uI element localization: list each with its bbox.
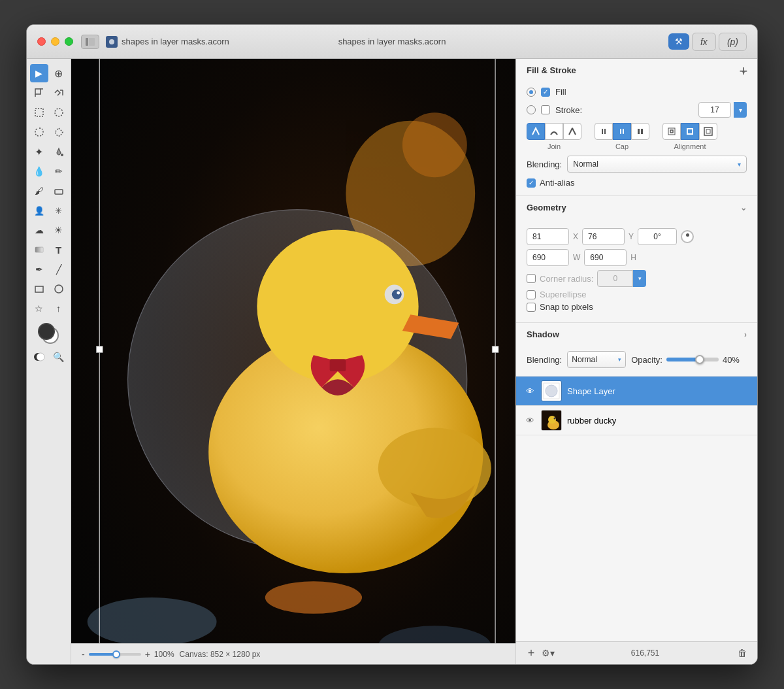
minimize-button[interactable] xyxy=(51,37,59,46)
p-button[interactable]: (p) xyxy=(719,33,747,51)
geometry-title: Geometry xyxy=(527,203,566,212)
opacity-thumb[interactable] xyxy=(695,355,704,364)
rotation-input[interactable] xyxy=(638,228,677,245)
svg-rect-37 xyxy=(492,346,498,353)
close-button[interactable] xyxy=(37,37,46,46)
rotation-dial[interactable] xyxy=(681,230,694,243)
paint-bucket-tool[interactable] xyxy=(50,143,68,161)
burn-dodge-tool[interactable]: ☀ xyxy=(50,221,68,239)
svg-point-29 xyxy=(265,581,362,613)
align-outside-button[interactable] xyxy=(699,123,717,140)
fill-radio[interactable] xyxy=(527,88,536,97)
y-input[interactable] xyxy=(582,228,625,245)
svg-rect-54 xyxy=(670,130,673,133)
align-center-button[interactable] xyxy=(681,123,699,140)
tool-row-7: 🖌 xyxy=(30,182,68,200)
svg-rect-1 xyxy=(89,38,95,46)
zoom-slider-thumb[interactable] xyxy=(112,650,120,658)
width-input[interactable] xyxy=(527,249,569,266)
cap-square-button[interactable] xyxy=(631,123,649,140)
fill-stroke-header[interactable]: Fill & Stroke ⌄ xyxy=(516,59,757,82)
vector-pen-tool[interactable]: ✒ xyxy=(30,260,48,278)
corner-radius-dropdown[interactable]: ▾ xyxy=(633,270,646,287)
star-tool[interactable]: ☆ xyxy=(30,299,48,318)
cap-round-button[interactable] xyxy=(613,123,631,140)
fx-effects-tool[interactable]: ✳ xyxy=(50,201,68,220)
zoom-slider[interactable] xyxy=(89,653,141,656)
magic-wand-tool[interactable]: ✦ xyxy=(30,143,48,161)
cap-butt-button[interactable] xyxy=(595,123,613,140)
maximize-button[interactable] xyxy=(65,37,73,46)
fill-checkbox[interactable]: ✓ xyxy=(541,88,550,97)
layer-item-shape[interactable]: 👁 Shape Layer xyxy=(516,377,757,406)
sidebar-toggle-button[interactable] xyxy=(81,35,99,49)
gradient-tool[interactable] xyxy=(30,241,48,259)
align-inside-button[interactable] xyxy=(662,123,681,140)
tool-row-11: ✒ ╱ xyxy=(30,260,68,278)
arrow-tool[interactable]: ↑ xyxy=(50,299,68,318)
corner-radius-checkbox[interactable] xyxy=(527,274,536,283)
stroke-dropdown-button[interactable]: ▾ xyxy=(734,102,747,118)
tool-row-2 xyxy=(30,84,68,102)
join-label: Join xyxy=(547,143,561,150)
layer-visibility-toggle-shape[interactable]: 👁 xyxy=(524,385,536,397)
delete-layer-button[interactable]: 🗑 xyxy=(735,646,749,660)
brush-tool[interactable]: 🖌 xyxy=(30,182,48,200)
text-tool[interactable]: T xyxy=(50,241,68,259)
ellipse-shape-tool[interactable] xyxy=(50,280,68,298)
layer-item-duck[interactable]: 👁 rubber ducky xyxy=(516,406,757,435)
color-picker-preview[interactable] xyxy=(37,322,61,346)
stroke-radio[interactable] xyxy=(527,105,536,114)
height-input[interactable] xyxy=(584,249,627,266)
color-mode-tool[interactable] xyxy=(30,348,48,366)
zoom-search-tool[interactable]: 🔍 xyxy=(50,348,68,366)
x-input[interactable] xyxy=(527,228,569,245)
join-round-button[interactable] xyxy=(545,123,563,140)
anti-alias-checkbox[interactable]: ✓ xyxy=(527,178,536,188)
shadow-section: Shadow › Blending: Normal ▾ Opacity: xyxy=(516,323,757,377)
geometry-header[interactable]: Geometry ⌄ xyxy=(516,196,757,219)
svg-point-2 xyxy=(109,39,114,44)
layer-duck-preview xyxy=(542,411,561,430)
layer-settings-button[interactable]: ⚙▾ xyxy=(541,646,555,660)
pencil-tool[interactable]: ✏ xyxy=(50,162,68,180)
opacity-slider[interactable] xyxy=(666,358,719,361)
superellipse-checkbox[interactable] xyxy=(527,290,536,299)
stroke-value-area: ▾ xyxy=(698,102,747,118)
clone-tool[interactable]: 👤 xyxy=(30,201,48,220)
blending-dropdown[interactable]: Normal ▾ xyxy=(567,156,747,173)
canvas-scene[interactable] xyxy=(71,59,515,643)
add-layer-button[interactable]: + xyxy=(524,646,538,660)
tool-row-4 xyxy=(30,123,68,141)
tools-panel-button[interactable]: ⚒ xyxy=(668,33,689,50)
shadow-blending-dropdown[interactable]: Normal ▾ xyxy=(567,351,626,368)
zoom-out-button[interactable]: - xyxy=(82,649,85,660)
p-label: (p) xyxy=(727,37,738,47)
snap-pixels-checkbox[interactable] xyxy=(527,303,536,312)
polygon-lasso-tool[interactable] xyxy=(50,123,68,141)
eraser-tool[interactable] xyxy=(50,182,68,200)
zoom-tool[interactable]: ⊕ xyxy=(50,64,68,82)
cursor-tool[interactable]: ▶ xyxy=(30,64,48,82)
join-miter-button[interactable] xyxy=(527,123,545,140)
ellipse-select-tool[interactable] xyxy=(50,103,68,122)
transform-tool[interactable] xyxy=(50,84,68,102)
add-panel-button[interactable]: + xyxy=(736,64,751,78)
rect-shape-tool[interactable] xyxy=(30,280,48,298)
shadow-header[interactable]: Shadow › xyxy=(516,323,757,346)
rect-select-tool[interactable] xyxy=(30,103,48,122)
snap-pixels-label: Snap to pixels xyxy=(540,302,593,312)
eyedropper-tool[interactable]: 💧 xyxy=(30,162,48,180)
join-bevel-button[interactable] xyxy=(563,123,581,140)
cloud-shape-tool[interactable]: ☁ xyxy=(30,221,48,239)
join-buttons xyxy=(527,123,581,140)
stroke-checkbox[interactable] xyxy=(541,105,550,114)
layer-visibility-toggle-duck[interactable]: 👁 xyxy=(524,414,536,426)
zoom-in-button[interactable]: + xyxy=(145,649,150,660)
fx-button[interactable]: fx xyxy=(692,33,716,51)
stroke-value-input[interactable] xyxy=(698,102,731,118)
layer-count: 616,751 xyxy=(558,648,732,658)
lasso-tool[interactable] xyxy=(30,123,48,141)
crop-tool[interactable] xyxy=(30,84,48,102)
line-tool[interactable]: ╱ xyxy=(50,260,68,278)
